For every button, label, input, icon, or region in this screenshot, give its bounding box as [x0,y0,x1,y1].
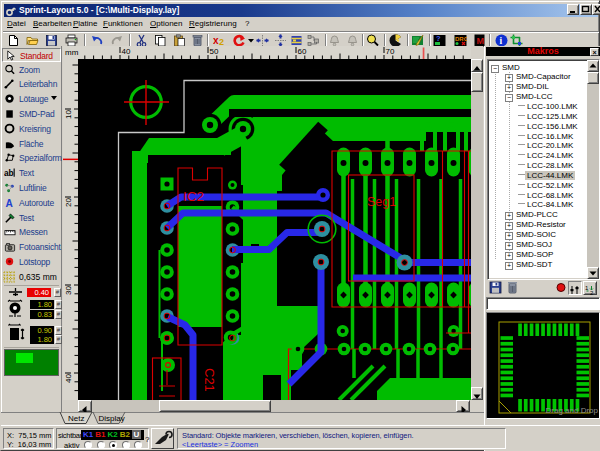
svg-text:30: 30 [64,285,73,294]
svg-text:A: A [5,197,13,208]
svg-text:20: 20 [64,197,73,206]
svg-text:M: M [477,36,485,46]
svg-text:Drag and Drop: Drag and Drop [546,406,599,415]
svg-text:DRC: DRC [455,36,467,42]
svg-text:i: i [500,36,503,46]
svg-text:ab: ab [4,168,13,178]
svg-text:60: 60 [298,47,307,56]
svg-text:50: 50 [210,47,219,56]
svg-text:70: 70 [386,47,395,56]
svg-text:10: 10 [64,109,73,118]
svg-text:40: 40 [64,373,73,382]
svg-text:C21: C21 [202,368,217,392]
svg-text:Seg1: Seg1 [367,195,396,209]
svg-text:2: 2 [590,290,594,296]
svg-text:Display: Display [99,414,125,423]
svg-text:40: 40 [122,47,131,56]
svg-text:1: 1 [585,285,589,291]
svg-text:Netz: Netz [68,414,84,423]
svg-text:IC2: IC2 [183,189,204,204]
svg-text:mm: mm [65,48,79,57]
svg-text:?: ? [436,34,441,43]
